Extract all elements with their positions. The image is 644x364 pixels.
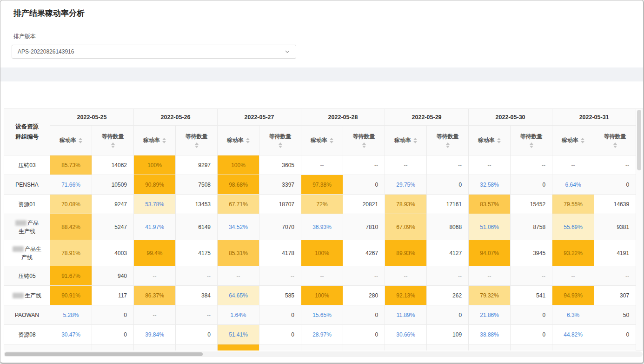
rate-cell: 28.97%: [301, 325, 343, 344]
wait-cell: 4267: [343, 240, 385, 266]
rate-cell: 67.09%: [385, 214, 427, 240]
wait-cell: 9297: [176, 155, 218, 175]
rate-sort-header[interactable]: 稼动率: [385, 126, 427, 155]
wait-cell: 280: [343, 286, 385, 305]
wait-cell: 14062: [92, 155, 134, 175]
row-label: 资源08: [4, 325, 50, 344]
wait-cell: 13453: [176, 195, 218, 214]
table-row: 压铸0591.67%940------------------------: [4, 266, 636, 286]
wait-sort-header[interactable]: 等待数量: [92, 126, 134, 155]
caret-up-icon: [330, 138, 333, 140]
rate-cell: 83.57%: [469, 195, 511, 214]
rate-sort-header[interactable]: 稼动率: [218, 126, 259, 155]
sub-header-label: 稼动率: [562, 136, 578, 144]
rate-cell: --: [134, 305, 176, 325]
wait-cell: [343, 344, 385, 351]
sub-header-label: 稼动率: [60, 136, 76, 144]
wait-cell: --: [594, 155, 636, 175]
caret-up-icon: [613, 142, 617, 145]
rate-cell: --: [469, 266, 511, 286]
rate-cell: 100%: [218, 155, 259, 175]
vertical-scrollbar[interactable]: [636, 108, 643, 351]
caret-down-icon: [497, 141, 501, 143]
horizontal-scrollbar-thumb[interactable]: [5, 352, 203, 356]
rate-cell: --: [301, 155, 343, 175]
wait-sort-header[interactable]: 等待数量: [343, 126, 385, 155]
wait-cell: 15452: [511, 195, 552, 214]
rate-cell: 51.06%: [469, 214, 511, 240]
wait-cell: --: [259, 266, 301, 286]
sort-caret-icon: [613, 142, 617, 148]
rate-cell: 85.73%: [50, 155, 92, 175]
rate-sort-inner: 稼动率: [471, 136, 507, 144]
rate-cell: 55.69%: [552, 214, 594, 240]
rate-sort-header[interactable]: 稼动率: [301, 126, 343, 155]
wait-cell: 4191: [594, 240, 636, 266]
wait-cell: 0: [343, 305, 385, 325]
rate-cell: --: [134, 266, 176, 286]
caret-down-icon: [111, 146, 115, 148]
wait-cell: 0: [176, 325, 218, 344]
rate-sort-inner: 稼动率: [555, 136, 591, 144]
wait-cell: 541: [511, 286, 552, 305]
sub-header-label: 等待数量: [102, 133, 124, 141]
wait-cell: --: [343, 266, 385, 286]
wait-cell: 14639: [594, 195, 636, 214]
wait-cell: --: [511, 155, 552, 175]
rate-cell: 94.07%: [469, 240, 511, 266]
table-row: PAOWAN5.28%0----1.64%015.65%011.89%021.8…: [4, 305, 636, 325]
date-header: 2022-05-30: [469, 109, 552, 126]
rate-cell: 100%: [134, 155, 176, 175]
rate-sort-header[interactable]: 稼动率: [50, 126, 92, 155]
wait-cell: 0: [594, 175, 636, 195]
row-label: [4, 344, 50, 351]
wait-cell: 0: [343, 175, 385, 195]
wait-sort-header[interactable]: 等待数量: [511, 126, 552, 155]
sub-header-label: 稼动率: [227, 136, 244, 144]
wait-cell: 0: [343, 325, 385, 344]
wait-sort-header[interactable]: 等待数量: [427, 126, 469, 155]
row-label: 压铸03: [4, 155, 50, 175]
rate-sort-header[interactable]: 稼动率: [552, 126, 594, 155]
horizontal-scrollbar[interactable]: [4, 351, 643, 357]
wait-cell: 0: [511, 305, 552, 325]
rate-sort-inner: 稼动率: [220, 136, 256, 144]
wait-cell: 0: [92, 325, 134, 344]
caret-up-icon: [279, 142, 282, 145]
rate-cell: 85.31%: [218, 240, 259, 266]
wait-cell: 3605: [259, 155, 301, 175]
sub-header-label: 稼动率: [143, 136, 160, 144]
wait-cell: 4175: [176, 240, 218, 266]
wait-cell: 0: [259, 325, 301, 344]
rate-sort-header[interactable]: 稼动率: [469, 126, 511, 155]
row-label: 生产线: [4, 286, 50, 305]
wait-cell: 0: [511, 325, 552, 344]
rate-cell: 99.4%: [134, 240, 176, 266]
wait-sort-header[interactable]: 等待数量: [259, 126, 301, 155]
sub-header-label: 稼动率: [394, 136, 411, 144]
rate-sort-header[interactable]: 稼动率: [134, 126, 176, 155]
rate-cell: --: [218, 266, 259, 286]
caret-down-icon: [279, 146, 282, 148]
rate-cell: 67.71%: [218, 195, 259, 214]
sub-header-label: 稼动率: [478, 136, 495, 144]
rate-cell: [134, 344, 176, 351]
rate-cell: 29.75%: [385, 175, 427, 195]
sub-header-label: 等待数量: [437, 133, 459, 141]
rate-cell: 36.93%: [301, 214, 343, 240]
wait-sort-header[interactable]: 等待数量: [176, 126, 218, 155]
wait-cell: --: [594, 266, 636, 286]
version-select[interactable]: APS-20220826143916: [12, 45, 296, 59]
date-header: 2022-05-28: [301, 109, 385, 126]
vertical-scrollbar-thumb[interactable]: [637, 110, 641, 170]
wait-cell: 4127: [427, 240, 469, 266]
rate-cell: 15.65%: [301, 305, 343, 325]
wait-cell: 0: [427, 175, 469, 195]
rate-cell: 100%: [301, 286, 343, 305]
wait-sort-inner: 等待数量: [179, 133, 214, 148]
row-label: 压铸05: [4, 266, 50, 286]
rate-cell: 53.78%: [134, 195, 176, 214]
wait-sort-header[interactable]: 等待数量: [594, 126, 636, 155]
wait-cell: 0: [92, 305, 134, 325]
caret-up-icon: [162, 138, 166, 140]
